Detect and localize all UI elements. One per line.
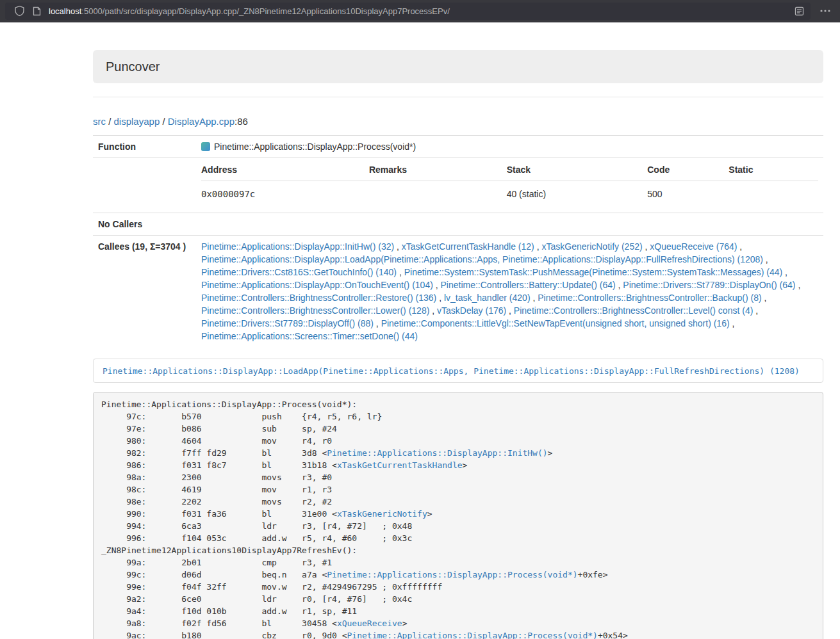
callee-link[interactable]: Pinetime::Controllers::BrightnessControl… bbox=[538, 293, 761, 303]
callee-link[interactable]: vTaskDelay (176) bbox=[437, 305, 506, 316]
breadcrumb-line-number: :86 bbox=[235, 116, 248, 127]
url-domain: localhost bbox=[49, 6, 81, 16]
callee-link[interactable]: Pinetime::Drivers::St7789::DisplayOff() … bbox=[201, 318, 374, 328]
breadcrumb-link-displayapp[interactable]: displayapp bbox=[114, 116, 160, 127]
callee-separator: , bbox=[397, 267, 404, 277]
callee-separator: , bbox=[643, 241, 650, 252]
breadcrumb-separator: / bbox=[106, 116, 114, 127]
code-symbol-link[interactable]: xQueueReceive bbox=[337, 619, 402, 628]
callees-label: Callees (19, Σ=3704 ) bbox=[93, 236, 196, 348]
highlighted-callee-link[interactable]: Pinetime::Applications::DisplayApp::Load… bbox=[103, 366, 800, 376]
function-table: Function Pinetime::Applications::Display… bbox=[93, 135, 823, 347]
callee-separator: , bbox=[616, 280, 623, 290]
column-header-address: Address bbox=[201, 163, 369, 181]
callee-link[interactable]: Pinetime::Applications::DisplayApp::Load… bbox=[201, 254, 763, 264]
callee-link[interactable]: xTaskGetCurrentTaskHandle (12) bbox=[402, 241, 534, 252]
callee-separator: , bbox=[374, 318, 381, 328]
callee-separator: , bbox=[394, 241, 402, 252]
callee-link[interactable]: Pinetime::Controllers::Battery::Update()… bbox=[441, 280, 616, 290]
code-symbol-link[interactable]: xTaskGetCurrentTaskHandle bbox=[337, 460, 463, 470]
code-symbol-link[interactable]: Pinetime::Applications::DisplayApp::Init… bbox=[327, 448, 547, 458]
callee-link[interactable]: Pinetime::Drivers::Cst816S::GetTouchInfo… bbox=[201, 267, 397, 277]
callee-link[interactable]: Pinetime::Applications::DisplayApp::OnTo… bbox=[201, 280, 433, 290]
value-code: 500 bbox=[647, 181, 729, 209]
no-callers-cell bbox=[196, 213, 823, 236]
reader-view-icon[interactable] bbox=[795, 6, 804, 16]
callee-separator: , bbox=[506, 305, 514, 316]
callee-link[interactable]: Pinetime::Controllers::BrightnessControl… bbox=[514, 305, 753, 316]
page-title: Puncover bbox=[106, 60, 160, 74]
value-remarks bbox=[369, 181, 507, 209]
value-static bbox=[729, 181, 818, 209]
detail-row-label-empty bbox=[93, 158, 196, 213]
detail-row-wrapper: Address Remarks Stack Code Static 0x0000… bbox=[93, 158, 823, 213]
function-symbol: Pinetime::Applications::DisplayApp::Proc… bbox=[214, 140, 416, 153]
callees-row: Callees (19, Σ=3704 ) Pinetime::Applicat… bbox=[93, 236, 823, 348]
ellipsis-menu-icon[interactable] bbox=[816, 10, 835, 12]
code-symbol-link[interactable]: Pinetime::Applications::DisplayApp::Proc… bbox=[347, 631, 598, 639]
url-path: :5000/path/src/displayapp/DisplayApp.cpp… bbox=[81, 6, 450, 16]
function-type-icon bbox=[201, 142, 210, 151]
callee-separator: , bbox=[531, 293, 538, 303]
callee-separator: , bbox=[436, 293, 444, 303]
callee-separator: , bbox=[782, 267, 787, 277]
breadcrumb: src / displayapp / DisplayApp.cpp:86 bbox=[93, 116, 823, 127]
page-info-icon[interactable] bbox=[33, 6, 41, 16]
breadcrumb-link-src[interactable]: src bbox=[93, 116, 106, 127]
column-header-code: Code bbox=[647, 163, 729, 181]
url-bar[interactable]: localhost:5000/path/src/displayapp/Displ… bbox=[5, 3, 811, 20]
page-content: Puncover src / displayapp / DisplayApp.c… bbox=[93, 50, 823, 639]
divider bbox=[93, 97, 823, 97]
code-symbol-link[interactable]: Pinetime::Applications::DisplayApp::Proc… bbox=[327, 570, 577, 579]
callee-link[interactable]: Pinetime::Components::LittleVgl::SetNewT… bbox=[381, 318, 730, 328]
detail-header-row: Address Remarks Stack Code Static bbox=[201, 163, 818, 181]
breadcrumb-link-file[interactable]: DisplayApp.cpp bbox=[168, 116, 235, 127]
callee-link[interactable]: Pinetime::Applications::DisplayApp::Init… bbox=[201, 241, 394, 252]
detail-table-cell: Address Remarks Stack Code Static 0x0000… bbox=[196, 158, 823, 213]
callee-link[interactable]: Pinetime::Controllers::BrightnessControl… bbox=[201, 305, 429, 316]
column-header-stack: Stack bbox=[507, 163, 648, 181]
callee-separator: , bbox=[796, 280, 801, 290]
callee-link[interactable]: xQueueReceive (764) bbox=[650, 241, 737, 252]
callee-separator: , bbox=[433, 280, 441, 290]
no-callers-row: No Callers bbox=[93, 213, 823, 236]
callee-link[interactable]: xTaskGenericNotify (252) bbox=[541, 241, 642, 252]
column-header-static: Static bbox=[729, 163, 818, 181]
callee-separator: , bbox=[429, 305, 437, 316]
column-header-remarks: Remarks bbox=[369, 163, 507, 181]
callee-link[interactable]: Pinetime::Applications::Screens::Timer::… bbox=[201, 331, 418, 341]
tracking-protection-shield-icon[interactable] bbox=[14, 5, 25, 17]
disassembly-code: Pinetime::Applications::DisplayApp::Proc… bbox=[93, 392, 823, 639]
no-callers-label: No Callers bbox=[93, 213, 196, 236]
function-symbol-cell: Pinetime::Applications::DisplayApp::Proc… bbox=[196, 136, 823, 158]
value-stack: 40 (static) bbox=[507, 181, 648, 209]
callee-link[interactable]: Pinetime::Controllers::BrightnessControl… bbox=[201, 293, 436, 303]
detail-value-row: 0x0000097c 40 (static) 500 bbox=[201, 181, 818, 209]
callees-list: Pinetime::Applications::DisplayApp::Init… bbox=[196, 236, 823, 348]
callee-separator: , bbox=[737, 241, 742, 252]
breadcrumb-separator: / bbox=[160, 116, 168, 127]
browser-toolbar: localhost:5000/path/src/displayapp/Displ… bbox=[0, 0, 840, 22]
callee-separator: , bbox=[763, 254, 768, 264]
value-address: 0x0000097c bbox=[201, 181, 369, 209]
callee-link[interactable]: lv_task_handler (420) bbox=[444, 293, 531, 303]
detail-table: Address Remarks Stack Code Static 0x0000… bbox=[201, 163, 818, 208]
app-header: Puncover bbox=[93, 50, 823, 83]
code-symbol-link[interactable]: xTaskGenericNotify bbox=[337, 509, 427, 519]
callee-link[interactable]: Pinetime::System::SystemTask::PushMessag… bbox=[404, 267, 783, 277]
callee-separator: , bbox=[762, 293, 767, 303]
callee-separator: , bbox=[753, 305, 758, 316]
callee-separator: , bbox=[730, 318, 735, 328]
callee-link[interactable]: Pinetime::Drivers::St7789::DisplayOn() (… bbox=[623, 280, 795, 290]
function-row: Function Pinetime::Applications::Display… bbox=[93, 136, 823, 158]
highlighted-callee-panel: Pinetime::Applications::DisplayApp::Load… bbox=[93, 359, 823, 383]
callee-separator: , bbox=[534, 241, 542, 252]
url-text: localhost:5000/path/src/displayapp/Displ… bbox=[49, 6, 788, 16]
function-label: Function bbox=[93, 136, 196, 158]
